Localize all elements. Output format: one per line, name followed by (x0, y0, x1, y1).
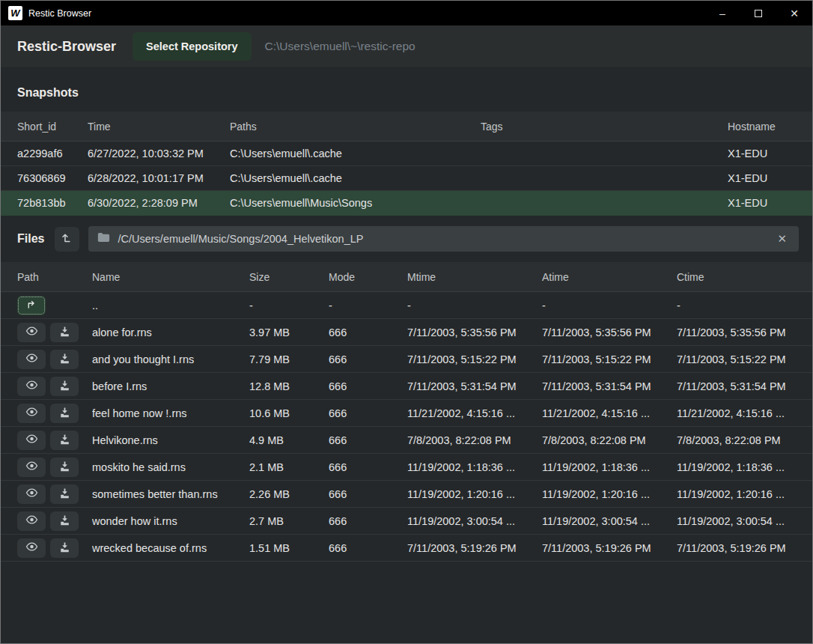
file-mode: 666 (329, 461, 407, 473)
download-file-button[interactable] (50, 458, 79, 477)
folder-icon (97, 232, 110, 246)
file-name: Helvikone.rns (92, 434, 249, 446)
file-mtime: 7/11/2003, 5:19:26 PM (407, 542, 542, 554)
file-size: 2.1 MB (249, 461, 329, 473)
download-file-button[interactable] (50, 404, 79, 423)
download-file-button[interactable] (50, 377, 79, 396)
files-table-header: Path Name Size Mode Mtime Atime Ctime (1, 262, 812, 292)
snapshot-time: 6/30/2022, 2:28:09 PM (88, 197, 230, 209)
go-up-directory-button[interactable] (55, 227, 79, 252)
file-mtime: 7/11/2003, 5:15:22 PM (407, 353, 542, 365)
download-file-button[interactable] (50, 484, 79, 504)
app-window: W Restic Browser – ✕ Restic-Browser Sele… (0, 0, 813, 644)
file-row: feel home now !.rns10.6 MB66611/21/2002,… (1, 400, 812, 427)
preview-file-button[interactable] (17, 377, 46, 396)
preview-file-button[interactable] (17, 458, 46, 477)
snapshots-table-header: Short_id Time Paths Tags Hostname (1, 112, 812, 142)
file-atime: 7/11/2003, 5:35:56 PM (542, 326, 677, 338)
file-size: 3.97 MB (249, 326, 329, 338)
download-file-button[interactable] (50, 538, 79, 558)
download-icon (59, 487, 70, 501)
current-path-text: /C/Users/emuell/Music/Songs/2004_Helveti… (118, 233, 363, 245)
open-parent-directory-button[interactable] (17, 296, 46, 315)
file-ctime: 7/11/2003, 5:15:22 PM (677, 353, 796, 365)
preview-file-button[interactable] (17, 484, 46, 504)
download-icon (59, 541, 70, 555)
titlebar: W Restic Browser – ✕ (1, 1, 812, 25)
snapshots-heading: Snapshots (1, 68, 812, 112)
preview-file-button[interactable] (17, 350, 46, 369)
column-time: Time (88, 121, 230, 133)
file-actions (17, 323, 92, 342)
column-mtime: Mtime (407, 271, 542, 283)
snapshot-row[interactable]: a2299af66/27/2022, 10:03:32 PMC:\Users\e… (1, 142, 812, 166)
repository-path: C:\Users\emuell\~\restic-repo (265, 40, 415, 53)
arrow-up-right-icon (25, 299, 37, 312)
column-short-id: Short_id (17, 121, 88, 133)
file-row: wonder how it.rns2.7 MB66611/19/2002, 3:… (1, 508, 812, 535)
preview-file-button[interactable] (17, 404, 46, 423)
snapshot-time: 6/27/2022, 10:03:32 PM (88, 148, 230, 160)
eye-icon (25, 461, 38, 473)
snapshot-hostname: X1-EDU (728, 172, 796, 184)
clear-path-button[interactable]: ✕ (774, 231, 790, 247)
preview-file-button[interactable] (17, 431, 46, 450)
preview-file-button[interactable] (17, 323, 46, 342)
file-actions (17, 296, 92, 315)
file-ctime: 7/11/2003, 5:31:54 PM (677, 380, 796, 392)
download-file-button[interactable] (50, 350, 79, 369)
file-ctime: 7/11/2003, 5:35:56 PM (677, 326, 796, 338)
file-name: alone for.rns (92, 326, 249, 338)
files-table-body: ..-----alone for.rns3.97 MB6667/11/2003,… (1, 292, 812, 562)
file-size: - (249, 300, 329, 312)
file-row: before I.rns12.8 MB6667/11/2003, 5:31:54… (1, 373, 812, 400)
parent-directory-row: ..----- (1, 292, 812, 319)
download-file-button[interactable] (50, 323, 79, 342)
file-mode: 666 (329, 515, 407, 527)
column-name: Name (92, 271, 249, 283)
up-level-icon (61, 231, 73, 246)
files-bar: Files /C/Users/emuell/Music/Songs/2004_H… (1, 225, 812, 252)
file-name: and you thought I.rns (92, 353, 249, 365)
download-file-button[interactable] (50, 511, 79, 531)
preview-file-button[interactable] (17, 511, 46, 531)
app-title: Restic-Browser (17, 39, 116, 55)
file-size: 12.8 MB (249, 380, 329, 392)
snapshot-row[interactable]: 72b813bb6/30/2022, 2:28:09 PMC:\Users\em… (1, 191, 812, 216)
file-actions (17, 350, 92, 369)
maximize-button[interactable] (740, 1, 776, 25)
file-actions (17, 431, 92, 450)
snapshot-row[interactable]: 763068696/28/2022, 10:01:17 PMC:\Users\e… (1, 166, 812, 191)
download-file-button[interactable] (50, 431, 79, 450)
file-name: wonder how it.rns (92, 515, 249, 527)
current-path-bar[interactable]: /C/Users/emuell/Music/Songs/2004_Helveti… (88, 226, 799, 252)
file-size: 2.7 MB (249, 515, 329, 527)
select-repository-button[interactable]: Select Repository (133, 32, 252, 61)
file-mtime: - (407, 300, 542, 312)
file-atime: 7/8/2003, 8:22:08 PM (542, 434, 677, 446)
minimize-button[interactable]: – (704, 1, 740, 25)
download-icon (59, 434, 70, 447)
file-row: alone for.rns3.97 MB6667/11/2003, 5:35:5… (1, 319, 812, 346)
preview-file-button[interactable] (17, 538, 46, 558)
eye-icon (25, 326, 38, 338)
file-mode: 666 (329, 488, 407, 500)
snapshot-short-id: 72b813bb (17, 197, 88, 209)
file-mode: 666 (329, 407, 407, 419)
file-actions (17, 458, 92, 477)
file-atime: 11/21/2002, 4:15:16 ... (542, 407, 677, 419)
close-button[interactable]: ✕ (776, 1, 812, 25)
app-header: Restic-Browser Select Repository C:\User… (1, 25, 812, 68)
file-size: 10.6 MB (249, 407, 329, 419)
file-actions (17, 511, 92, 531)
file-atime: 11/19/2002, 1:20:16 ... (542, 488, 677, 500)
column-size: Size (249, 271, 329, 283)
file-ctime: 7/8/2003, 8:22:08 PM (677, 434, 796, 446)
snapshot-hostname: X1-EDU (728, 197, 796, 209)
file-mode: 666 (329, 326, 407, 338)
file-mtime: 11/19/2002, 1:20:16 ... (407, 488, 542, 500)
file-mtime: 11/19/2002, 3:00:54 ... (407, 515, 542, 527)
file-name: feel home now !.rns (92, 407, 249, 419)
eye-icon (25, 541, 38, 554)
file-row: wrecked because of.rns1.51 MB6667/11/200… (1, 535, 812, 562)
